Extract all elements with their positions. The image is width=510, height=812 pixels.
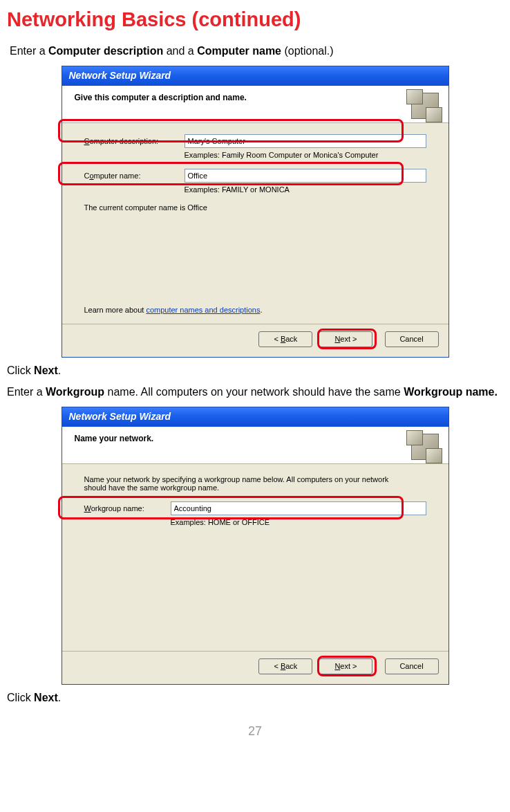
button-row: < Back Next > Cancel [62,652,448,684]
button-row: < Back Next > Cancel [62,324,448,357]
text: and a [163,45,197,57]
wizard-header: Give this computer a description and nam… [62,86,448,123]
wizard-dialog-1: Network Setup Wizard Give this computer … [62,66,449,358]
text: ext > [340,662,357,670]
wizard-body: Computer description: Examples: Family R… [62,123,448,324]
text: (optional.) [281,45,334,57]
text: . [58,692,61,703]
text: Click [7,692,34,703]
bold-text: Next [34,692,58,703]
text: name. All computers on your network shou… [104,386,404,398]
learn-more: Learn more about computer names and desc… [84,306,263,314]
back-button[interactable]: < Back [258,658,312,674]
page-number: 27 [7,724,503,739]
instruction-1: Enter a Computer description and a Compu… [10,44,503,59]
text: . [58,365,61,376]
text: < [274,662,280,670]
click-next-1: Click Next. [7,363,503,378]
text: ext > [340,335,357,343]
wizard-body: Name your network by specifying a workgr… [62,464,448,651]
current-computer-name: The current computer name is Office [84,203,426,212]
next-button[interactable]: Next > [319,331,372,347]
titlebar: Network Setup Wizard [62,66,448,86]
cancel-button[interactable]: Cancel [385,331,439,347]
computer-description-input[interactable] [185,134,426,148]
wizard-header-text: Give this computer a description and nam… [75,93,440,102]
bold-text: Workgroup name. [404,386,498,398]
bold-text: Workgroup [46,386,104,398]
computer-name-input[interactable] [185,169,426,183]
computer-name-label: Computer name: [84,172,185,180]
bold-text: Computer description [48,45,163,57]
text: Enter a [10,45,48,57]
text: ack [285,335,297,343]
text: mputer name: [94,172,141,180]
workgroup-example: Examples: HOME or OFFICE [171,518,426,526]
bold-text: Computer name [197,45,281,57]
back-button[interactable]: < Back [258,331,312,347]
wizard-header: Name your network. [62,427,448,464]
text: Enter a [7,386,46,398]
network-icon [411,434,439,460]
computer-name-row: Computer name: [84,169,426,183]
text: ack [285,662,297,670]
wizard-intro-text: Name your network by specifying a workgr… [84,475,409,492]
computer-name-example: Examples: FAMILY or MONICA [185,185,426,194]
workgroup-input[interactable] [171,501,426,515]
text: Click [7,365,34,376]
text: Learn more about [84,306,147,314]
page-title: Networking Basics (continued) [7,8,503,31]
text: . [260,306,262,314]
workgroup-row: Workgroup name: [84,501,426,515]
text: < [274,335,280,343]
computer-description-example: Examples: Family Room Computer or Monica… [185,151,426,159]
cancel-button[interactable]: Cancel [385,658,439,674]
text: omputer description: [89,137,158,145]
wizard-header-text: Name your network. [75,434,440,443]
titlebar: Network Setup Wizard [62,407,448,427]
wizard-dialog-2: Network Setup Wizard Name your network. … [62,407,449,685]
text: orkgroup name: [91,504,144,513]
next-button[interactable]: Next > [319,658,372,674]
text: W [84,504,91,513]
workgroup-label: Workgroup name: [84,504,171,513]
instruction-2: Enter a Workgroup name. All computers on… [7,385,503,400]
computer-description-label: Computer description: [84,137,185,145]
computer-description-row: Computer description: [84,134,426,148]
network-icon [411,93,439,119]
click-next-2: Click Next. [7,690,503,705]
learn-more-link[interactable]: computer names and descriptions [146,306,260,314]
bold-text: Next [34,365,58,376]
